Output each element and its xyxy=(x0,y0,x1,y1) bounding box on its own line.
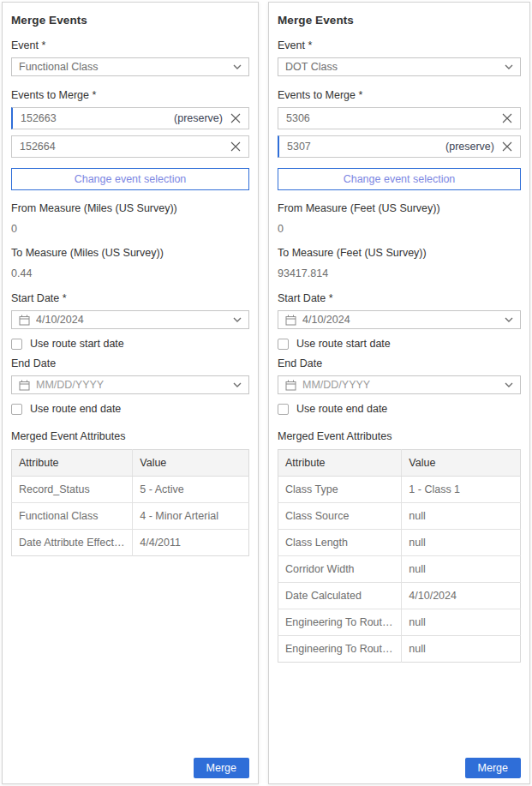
table-row: Class Source null xyxy=(278,503,521,530)
end-date-picker[interactable]: MM/DD/YYYY xyxy=(278,375,521,394)
table-row: Date Calculated 4/10/2024 xyxy=(278,583,521,609)
to-measure-value: 93417.814 xyxy=(278,267,521,279)
attribute-column-header: Attribute xyxy=(12,450,133,477)
chevron-down-icon xyxy=(233,382,242,387)
end-date-placeholder: MM/DD/YYYY xyxy=(302,379,505,391)
merge-button[interactable]: Merge xyxy=(194,758,249,778)
merge-events-panel-2: Merge Events Event * DOT Class Events to… xyxy=(268,2,530,784)
calendar-icon xyxy=(285,380,296,391)
merged-event-attributes-title: Merged Event Attributes xyxy=(11,430,249,442)
end-date-placeholder: MM/DD/YYYY xyxy=(36,379,233,391)
use-route-start-date-checkbox[interactable] xyxy=(11,339,22,350)
event-item[interactable]: 152663 (preserve) xyxy=(11,107,249,129)
use-route-end-date-label: Use route end date xyxy=(296,403,387,415)
preserve-badge: (preserve) xyxy=(174,112,223,124)
chevron-down-icon xyxy=(233,317,242,322)
value-cell: 4 - Minor Arterial xyxy=(133,503,249,530)
events-to-merge-label: Events to Merge * xyxy=(278,89,521,101)
table-header-row: Attribute Value xyxy=(278,450,521,477)
attribute-cell: Class Length xyxy=(278,530,402,556)
close-icon[interactable] xyxy=(230,141,241,152)
attribute-cell: Engineering To RouteID xyxy=(278,609,402,636)
event-item[interactable]: 152664 xyxy=(11,135,249,158)
start-date-picker[interactable]: 4/10/2024 xyxy=(278,310,521,329)
table-row: Functional Class 4 - Minor Arterial xyxy=(12,503,249,530)
attribute-cell: Date Attribute Effective xyxy=(12,530,133,556)
start-date-value: 4/10/2024 xyxy=(302,314,505,326)
preserve-badge: (preserve) xyxy=(445,141,494,153)
panel-title: Merge Events xyxy=(278,14,521,27)
start-date-label: Start Date * xyxy=(11,292,249,304)
value-cell: 5 - Active xyxy=(133,477,249,503)
use-route-start-date-label: Use route start date xyxy=(30,338,124,350)
from-measure-value: 0 xyxy=(278,223,521,235)
event-select-value: DOT Class xyxy=(285,61,505,73)
use-route-start-date-row: Use route start date xyxy=(278,338,521,350)
use-route-start-date-checkbox[interactable] xyxy=(278,339,289,350)
value-cell: null xyxy=(402,503,521,530)
start-date-value: 4/10/2024 xyxy=(36,314,233,326)
chevron-down-icon xyxy=(505,382,513,387)
use-route-end-date-row: Use route end date xyxy=(278,403,521,415)
attribute-cell: Corridor Width xyxy=(278,556,402,583)
panel-title: Merge Events xyxy=(11,14,249,27)
events-to-merge-label: Events to Merge * xyxy=(11,89,249,101)
event-id: 152663 xyxy=(21,112,174,124)
calendar-icon xyxy=(19,315,30,326)
value-cell: null xyxy=(402,609,521,636)
use-route-start-date-row: Use route start date xyxy=(11,338,249,350)
chevron-down-icon xyxy=(233,64,242,69)
attribute-cell: Class Type xyxy=(278,477,402,503)
use-route-end-date-checkbox[interactable] xyxy=(278,404,289,415)
change-event-selection-button[interactable]: Change event selection xyxy=(278,168,521,190)
table-row: Class Length null xyxy=(278,530,521,556)
event-item[interactable]: 5307 (preserve) xyxy=(278,135,521,158)
value-cell: null xyxy=(402,556,521,583)
change-event-selection-button[interactable]: Change event selection xyxy=(11,168,249,190)
event-select[interactable]: DOT Class xyxy=(278,57,521,76)
use-route-end-date-row: Use route end date xyxy=(11,403,249,415)
event-id: 152664 xyxy=(20,141,223,153)
event-label: Event * xyxy=(11,39,249,51)
chevron-down-icon xyxy=(505,64,513,69)
end-date-label: End Date xyxy=(11,357,249,369)
event-select[interactable]: Functional Class xyxy=(11,57,249,76)
value-column-header: Value xyxy=(402,450,521,477)
value-cell: 4/10/2024 xyxy=(402,583,521,609)
chevron-down-icon xyxy=(505,317,513,322)
close-icon[interactable] xyxy=(502,141,512,152)
attribute-column-header: Attribute xyxy=(278,450,402,477)
value-cell: null xyxy=(402,636,521,663)
table-row: Engineering To RouteID null xyxy=(278,609,521,636)
from-measure-label: From Measure (Feet (US Survey)) xyxy=(278,202,521,214)
to-measure-value: 0.44 xyxy=(11,267,249,279)
use-route-end-date-label: Use route end date xyxy=(30,403,121,415)
table-row: Class Type 1 - Class 1 xyxy=(278,477,521,503)
merged-event-attributes-title: Merged Event Attributes xyxy=(278,430,521,442)
use-route-end-date-checkbox[interactable] xyxy=(11,404,22,415)
table-header-row: Attribute Value xyxy=(12,450,249,477)
event-id: 5307 xyxy=(287,141,445,153)
attribute-cell: Date Calculated xyxy=(278,583,402,609)
table-row: Corridor Width null xyxy=(278,556,521,583)
close-icon[interactable] xyxy=(230,113,241,123)
value-cell: 4/4/2011 xyxy=(133,530,249,556)
from-measure-label: From Measure (Miles (US Survey)) xyxy=(11,202,249,214)
table-row: Engineering To Route ... null xyxy=(278,636,521,663)
value-cell: null xyxy=(402,530,521,556)
event-label: Event * xyxy=(278,39,521,51)
merged-attributes-table: Attribute Value Class Type 1 - Class 1 C… xyxy=(278,449,521,663)
table-row: Record_Status 5 - Active xyxy=(12,477,249,503)
value-column-header: Value xyxy=(133,450,249,477)
start-date-picker[interactable]: 4/10/2024 xyxy=(11,310,249,329)
close-icon[interactable] xyxy=(502,113,512,123)
merged-attributes-table: Attribute Value Record_Status 5 - Active… xyxy=(11,449,249,556)
merge-button[interactable]: Merge xyxy=(465,758,521,778)
event-item[interactable]: 5306 xyxy=(278,107,521,129)
use-route-start-date-label: Use route start date xyxy=(296,338,391,350)
end-date-picker[interactable]: MM/DD/YYYY xyxy=(11,375,249,394)
merge-events-panel-1: Merge Events Event * Functional Class Ev… xyxy=(2,2,259,784)
to-measure-label: To Measure (Miles (US Survey)) xyxy=(11,247,249,259)
calendar-icon xyxy=(19,380,30,391)
attribute-cell: Record_Status xyxy=(12,477,133,503)
